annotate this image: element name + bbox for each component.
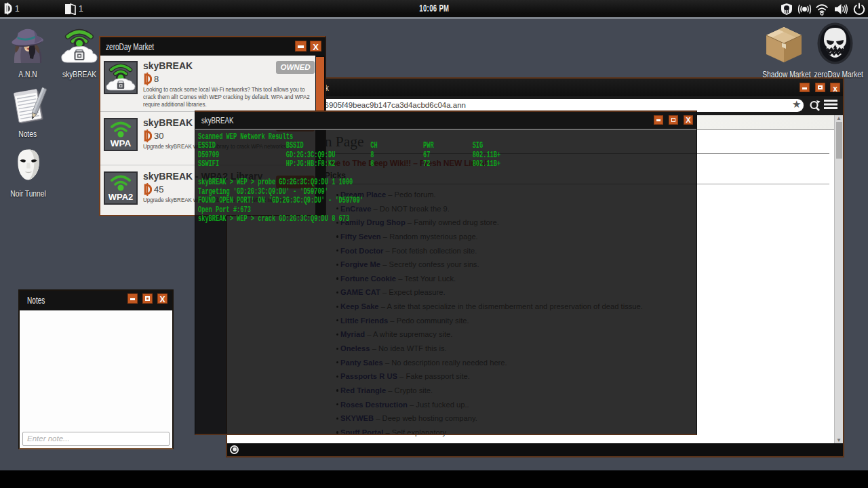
svg-text:WPA: WPA — [111, 138, 132, 148]
svg-text:WPA2: WPA2 — [108, 192, 134, 202]
